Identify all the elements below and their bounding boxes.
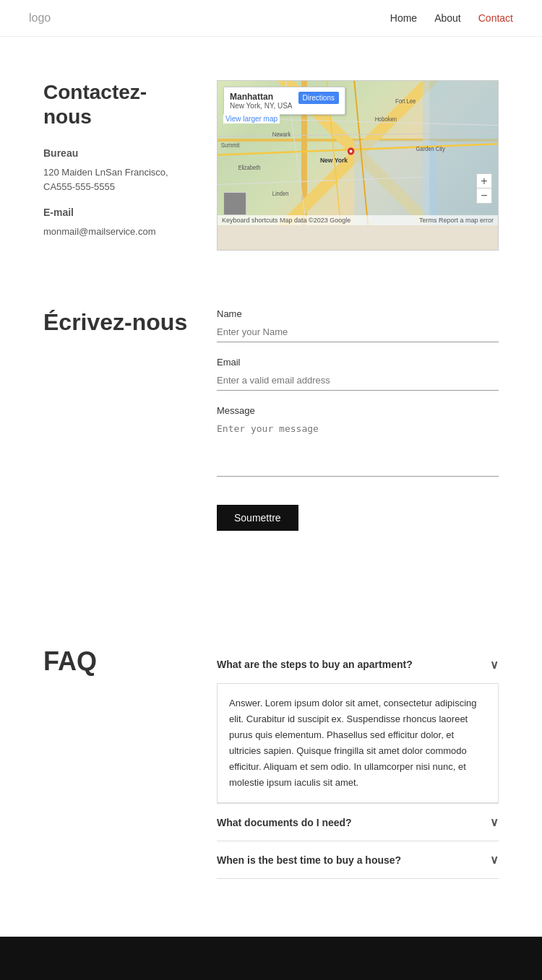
nav-contact[interactable]: Contact [478,12,513,24]
svg-text:New York: New York [320,157,348,164]
nav-about[interactable]: About [434,12,461,24]
faq-item-2: What documents do I need? ∨ [217,804,499,841]
nav-home[interactable]: Home [390,12,417,24]
svg-text:Hoboken: Hoboken [375,116,397,123]
name-label: Name [217,308,499,319]
form-title: Écrivez-nous [43,308,188,531]
bureau-label: Bureau [43,146,188,161]
navbar: logo Home About Contact [0,0,542,37]
faq-section: FAQ What are the steps to buy an apartme… [0,603,542,937]
faq-question-1[interactable]: What are the steps to buy an apartment? … [217,646,499,683]
faq-heading: FAQ [43,646,188,677]
map-zoom-out[interactable]: − [477,188,491,203]
svg-point-19 [350,149,353,152]
faq-question-1-text: What are the steps to buy an apartment? [217,659,413,670]
faq-question-2[interactable]: What documents do I need? ∨ [217,804,499,841]
email-label: E-mail [43,205,188,220]
contact-heading: Contactez-nous [43,80,188,129]
newsletter-section: ✕ à notre newsletter Email Soumettre [0,937,542,980]
form-submit-button[interactable]: Soumettre [217,505,298,531]
map-infobox: Manhattan New York, NY, USA Directions [223,87,345,115]
logo: logo [29,12,51,25]
contact-email: monmail@mailservice.com [43,225,188,239]
svg-text:Newark: Newark [272,131,291,138]
map-view-larger[interactable]: View larger map [223,114,280,123]
message-label: Message [217,405,499,416]
faq-chevron-1: ∨ [490,658,499,672]
map-location-name: Manhattan [230,92,293,102]
name-group: Name [217,308,499,342]
faq-chevron-3: ∨ [490,853,499,867]
faq-question-3-text: When is the best time to buy a house? [217,854,401,866]
map-footer-left: Keyboard shortcuts Map data ©2023 Google [222,217,350,224]
email-label-form: Email [217,357,499,368]
map-thumbnail [223,192,246,215]
contact-address: 120 Maiden LnSan Francisco, CA555-555-55… [43,165,188,194]
form-heading: Écrivez-nous [43,308,188,336]
map-directions-btn[interactable]: Directions [298,92,339,104]
faq-answer-1: Answer. Lorem ipsum dolor sit amet, cons… [217,683,499,804]
svg-line-7 [218,177,423,184]
svg-point-18 [348,147,354,155]
faq-item-3: When is the best time to buy a house? ∨ [217,841,499,879]
faq-title: FAQ [43,646,188,880]
svg-text:Garden City: Garden City [416,146,444,152]
message-input[interactable] [217,419,499,477]
contact-section: Contactez-nous Bureau 120 Maiden LnSan F… [0,37,542,279]
map-container: New York Newark Hoboken Fort Lee Garden … [217,80,499,251]
map-footer-right: Terms Report a map error [419,217,494,224]
svg-line-3 [218,144,498,155]
faq-list: What are the steps to buy an apartment? … [217,646,499,880]
faq-question-2-text: What documents do I need? [217,817,352,828]
svg-line-9 [218,133,498,136]
svg-rect-1 [354,140,436,225]
map-controls: + − [476,173,492,204]
svg-line-4 [354,81,368,225]
svg-text:Fort Lee: Fort Lee [395,97,416,104]
map-zoom-in[interactable]: + [477,174,491,188]
name-input[interactable] [217,322,499,342]
contact-info: Contactez-nous Bureau 120 Maiden LnSan F… [43,80,188,251]
email-input[interactable] [217,370,499,391]
svg-rect-0 [423,81,498,225]
email-group: Email [217,357,499,391]
map-footer: Keyboard shortcuts Map data ©2023 Google… [218,215,498,225]
message-group: Message [217,405,499,479]
form-section: Écrivez-nous Name Email Message Soumettr… [0,279,542,574]
svg-text:Elizabeth: Elizabeth [238,165,260,171]
svg-text:Summit: Summit [221,142,240,149]
nav-links: Home About Contact [390,12,513,24]
faq-question-3[interactable]: When is the best time to buy a house? ∨ [217,841,499,878]
faq-chevron-2: ∨ [490,815,499,829]
map-location-sub: New York, NY, USA [230,102,293,110]
svg-text:Linden: Linden [272,191,289,197]
faq-item-1: What are the steps to buy an apartment? … [217,646,499,805]
contact-form: Name Email Message Soumettre [217,308,499,531]
map-placeholder: New York Newark Hoboken Fort Lee Garden … [218,81,498,225]
